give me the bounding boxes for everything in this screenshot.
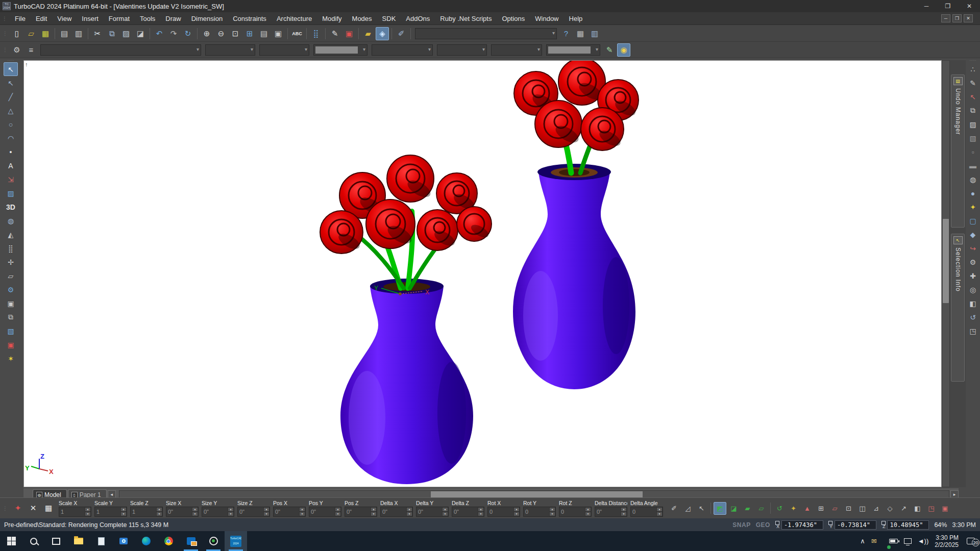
tab-selection-info[interactable]: ↖ Selection Info (951, 234, 965, 382)
pick-point-icon[interactable]: ↖ (695, 502, 708, 515)
gear-3d-icon[interactable]: ⚙ (4, 283, 18, 296)
menu-sdk[interactable]: SDK (377, 13, 401, 24)
spinner-down-button[interactable]: ▼ (192, 512, 198, 516)
vase-left[interactable]: Y X (320, 155, 492, 484)
point-tool-icon[interactable]: • (4, 145, 18, 159)
geo-toggle[interactable]: GEO (756, 521, 770, 529)
y-coordinate-input[interactable]: -0.73814" (835, 520, 876, 530)
menu-insert[interactable]: Insert (77, 13, 104, 24)
paint-3d-icon[interactable]: ✦ (966, 200, 980, 214)
menu-architecture[interactable]: Architecture (272, 13, 317, 24)
polyline-3d-icon[interactable]: 3D (4, 200, 18, 214)
menu-ruby-net-scripts[interactable]: Ruby .Net Scripts (435, 13, 497, 24)
spinner-down-button[interactable]: ▼ (621, 512, 627, 516)
sweep-icon[interactable]: ↪ (966, 241, 980, 255)
color-combo[interactable] (313, 44, 368, 56)
palette-icon[interactable]: ▦ (574, 27, 587, 40)
print-style-combo[interactable] (437, 44, 487, 56)
revolve-icon[interactable]: ↺ (966, 310, 980, 324)
move-tool-icon[interactable]: ✢ (4, 255, 18, 269)
property-gear-icon[interactable]: ⚙ (10, 43, 23, 57)
field-input[interactable]: 0" (202, 507, 228, 516)
image-select-icon[interactable]: ▧ (4, 324, 18, 338)
properties-icon[interactable]: ▤ (257, 27, 271, 40)
tab-undo-manager[interactable]: ▤ Undo Manager (951, 74, 965, 228)
paste-3d-icon[interactable]: ▨ (966, 117, 980, 131)
spinner-up-button[interactable]: ▲ (335, 507, 341, 512)
spinner-down-button[interactable]: ▼ (406, 512, 412, 516)
print-icon[interactable]: ▤ (58, 27, 71, 40)
menu-file[interactable]: File (10, 13, 31, 24)
points-cloud-icon[interactable]: ∴ (966, 62, 980, 76)
field-input[interactable]: 0" (238, 507, 263, 516)
spinner-down-button[interactable]: ▼ (549, 512, 555, 516)
shell-icon[interactable]: ◳ (966, 324, 980, 338)
mdi-restore-button[interactable]: ❐ (952, 14, 962, 22)
select-region-icon[interactable]: ▢ (966, 214, 980, 228)
vertical-scrollbar[interactable] (942, 60, 950, 487)
turbocad-button[interactable]: TurboCAD 2024 (225, 531, 247, 551)
project-icon[interactable]: ↗ (897, 502, 910, 515)
spinner-up-button[interactable]: ▲ (406, 507, 412, 512)
field-input[interactable]: 0 (559, 507, 585, 516)
node-edit-icon[interactable]: ↖ (4, 76, 18, 90)
layer-stack-icon[interactable]: ▧ (966, 131, 980, 145)
sphere-3d-icon[interactable]: ◍ (4, 214, 18, 228)
spinner-down-button[interactable]: ▼ (228, 512, 234, 516)
solid-box-icon[interactable]: ◆ (966, 228, 980, 241)
spinner-down-button[interactable]: ▼ (263, 512, 270, 516)
panel-icon[interactable]: ▬ (966, 159, 980, 172)
zoom-in-icon[interactable]: ⊕ (200, 27, 213, 40)
field-input[interactable]: 1 (131, 507, 156, 516)
horizontal-scrollbar-thumb[interactable] (431, 491, 643, 497)
field-input[interactable]: 0" (595, 507, 621, 516)
pen-edit-icon[interactable]: ✎ (603, 43, 616, 57)
chrome-button[interactable] (157, 531, 180, 551)
spinner-up-button[interactable]: ▲ (442, 507, 448, 512)
hatch-tool-icon[interactable]: ▨ (4, 186, 18, 200)
select-tool-icon[interactable]: ↖ (4, 62, 18, 76)
small-part-icon[interactable]: ▫ (966, 145, 980, 159)
spinner-up-button[interactable]: ▲ (156, 507, 162, 512)
copy-icon[interactable]: ⧉ (105, 27, 118, 40)
spinner-down-button[interactable]: ▼ (335, 512, 341, 516)
notification-center-button[interactable]: 20 (967, 538, 975, 544)
field-input[interactable]: 0" (274, 507, 299, 516)
render-window-icon[interactable]: ▣ (4, 338, 18, 352)
spinner-up-button[interactable]: ▲ (549, 507, 555, 512)
spinner-up-button[interactable]: ▲ (621, 507, 627, 512)
menu-edit[interactable]: Edit (31, 13, 52, 24)
field-input[interactable]: 0 (631, 507, 656, 516)
spinner-down-button[interactable]: ▼ (478, 512, 484, 516)
undo-icon[interactable]: ↶ (153, 27, 166, 40)
select-edit-icon[interactable]: ✎ (328, 27, 341, 40)
lens-icon[interactable]: ◎ (966, 283, 980, 296)
battery-tray-icon[interactable] (889, 539, 898, 543)
edit-handle-icon[interactable]: ✐ (668, 502, 680, 515)
extrude-icon[interactable]: ◧ (966, 296, 980, 310)
open-icon[interactable]: ▱ (24, 27, 38, 40)
spinner-up-button[interactable]: ▲ (85, 507, 91, 512)
copy-window-icon[interactable]: ⧉ (4, 310, 18, 324)
spinner-up-button[interactable]: ▲ (299, 507, 305, 512)
text-tool-icon[interactable]: A (4, 159, 18, 172)
shear-icon[interactable]: ⊿ (870, 502, 883, 515)
snap-toggle[interactable]: SNAP (732, 521, 750, 529)
spinner-down-button[interactable]: ▼ (120, 512, 127, 516)
select-lasso-icon[interactable]: ▱ (755, 502, 768, 515)
zoom-window-icon[interactable]: ⊡ (229, 27, 242, 40)
gears-icon[interactable]: ⚙ (966, 255, 980, 269)
rotate-handle-icon[interactable]: ↺ (773, 502, 786, 515)
drafting-palette-icon[interactable]: ✐ (395, 27, 408, 40)
field-input[interactable]: 0" (309, 507, 335, 516)
field-input[interactable]: 0" (381, 507, 406, 516)
spinner-down-button[interactable]: ▼ (299, 512, 305, 516)
format-painter-icon[interactable]: ◪ (134, 27, 147, 40)
menu-window[interactable]: Window (530, 13, 564, 24)
menu-modes[interactable]: Modes (347, 13, 377, 24)
zoom-extents-icon[interactable]: ⊞ (243, 27, 256, 40)
select-fence-icon[interactable]: ▰ (741, 502, 754, 515)
field-input[interactable]: 1 (95, 507, 120, 516)
point-array-icon[interactable]: ⣿ (4, 241, 18, 255)
media-app-button[interactable] (202, 531, 225, 551)
